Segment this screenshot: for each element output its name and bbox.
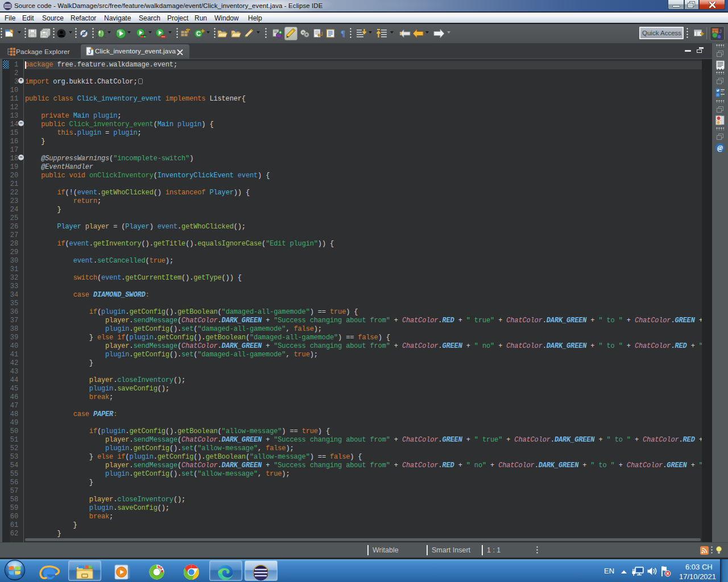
svg-text:C: C: [196, 30, 201, 37]
svg-text:J: J: [88, 48, 92, 55]
svg-text:J: J: [719, 28, 722, 34]
